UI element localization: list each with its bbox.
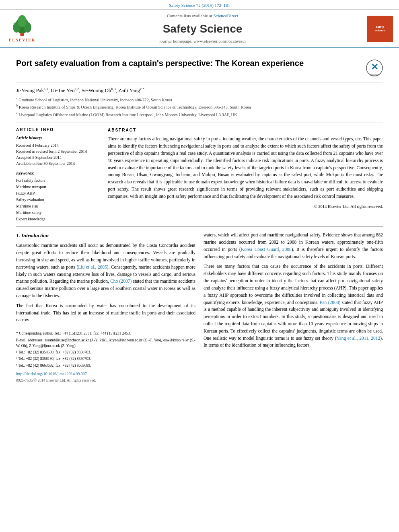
main-content: Port safety evaluation from a captain's … <box>0 48 399 392</box>
section-1-body: 1. Introduction Catastrophic maritime ac… <box>16 232 383 383</box>
issn-text: 0925-7535/© 2014 Elsevier Ltd. All right… <box>16 378 195 383</box>
liu-2005-link[interactable]: Liu et al., 2005 <box>78 265 107 269</box>
footnotes: * Corresponding author. Tel.: +44 (15)12… <box>16 328 195 383</box>
abstract-header: ABSTRACT <box>108 127 383 134</box>
section-1-para-3: waters, which will affect port and marit… <box>204 232 383 260</box>
svg-point-4 <box>18 15 27 27</box>
keyword-6: Maritime safety <box>16 210 101 216</box>
authors-section: Ji-Yeong Paka,1, Gi-Tae Yeoa,2, Se-Woong… <box>16 86 383 94</box>
keywords-section: Keywords: Port safety factors Maritime t… <box>16 170 101 223</box>
info-abstract-section: ARTICLE INFO Article history: Received 4… <box>16 123 383 227</box>
keyword-2: Maritime transport <box>16 184 101 190</box>
journal-center: Contents lists available at ScienceDirec… <box>44 13 361 44</box>
keyword-5: Maritime risk <box>16 203 101 210</box>
article-history-label: Article history: <box>16 135 101 141</box>
keyword-3: Fuzzy AHP <box>16 190 101 197</box>
available-date: Available online 30 September 2014 <box>16 160 101 166</box>
received-date: Received 4 February 2014 <box>16 142 101 148</box>
affiliation-b: b Korea Research Institute of Ships & Oc… <box>16 103 383 110</box>
svg-text:✕: ✕ <box>371 62 378 72</box>
pan-2008-link[interactable]: Pan (2008) <box>320 300 340 305</box>
author-3: Se-Woong Ohb,3 <box>82 87 116 93</box>
affiliations: a Graduate School of Logistics, Incheon … <box>16 96 383 118</box>
section-1: 1. Introduction Catastrophic maritime ac… <box>16 232 383 383</box>
article-title: Port safety evaluation from a captain's … <box>16 58 304 69</box>
doi-link[interactable]: http://dx.doi.org/10.1016/j.ssci.2014.09… <box>16 371 195 377</box>
author-2: Gi-Tae Yeoa,2 <box>51 87 79 93</box>
contents-available-text: Contents lists available at ScienceDirec… <box>44 13 361 19</box>
footnote-tel1: ¹ Tel.: +82 (32) 8354590; fax: +82 (32) … <box>16 349 195 355</box>
author-4: Zaili Yangc,* <box>118 87 144 93</box>
coast-guard-2008-link[interactable]: Korea Coast Guard, 2008 <box>241 247 292 252</box>
keyword-7: Expert knowledge <box>16 216 101 222</box>
elsevier-text-label: ELSEVIER <box>9 37 36 43</box>
author-1: Ji-Yeong Paka,1 <box>16 87 48 93</box>
copyright-line: © 2014 Elsevier Ltd. All rights reserved… <box>108 203 383 210</box>
footnote-emails: E-mail addresses: assambileuse@incheon.a… <box>16 337 195 349</box>
svg-text:CrossMark: CrossMark <box>370 74 380 76</box>
journal-logo-right: safetyscience <box>365 16 395 42</box>
accepted-date: Accepted 5 September 2014 <box>16 154 101 160</box>
sciencedirect-link[interactable]: ScienceDirect <box>213 13 238 18</box>
crossmark-icon: ✕ CrossMark <box>366 60 383 76</box>
revised-date: Received in revised form 2 September 201… <box>16 148 101 154</box>
section-1-para-2: The fact that Korea is surrounded by wat… <box>16 302 195 324</box>
article-info-col: ARTICLE INFO Article history: Received 4… <box>16 127 101 222</box>
journal-reference: Safety Science 72 (2015) 172–181 <box>169 3 230 8</box>
svg-rect-5 <box>20 33 24 36</box>
section-1-para-1: Catastrophic maritime accidents still oc… <box>16 242 195 300</box>
footnote-tel3: ³ Tel.: +82 (42) 8663692; fax: +82 (42) … <box>16 363 195 368</box>
article-title-section: Port safety evaluation from a captain's … <box>16 52 383 82</box>
cho-2007-link[interactable]: Cho (2007) <box>110 279 132 283</box>
section-1-para-4: There are many factors that can cause th… <box>204 263 383 349</box>
yang-2011-2012-link[interactable]: Yang et al., 2011, 2012 <box>336 336 380 341</box>
elsevier-logo: ELSEVIER <box>4 14 40 43</box>
journal-title: Safety Science <box>44 21 361 37</box>
keyword-1: Port safety factors <box>16 177 101 184</box>
journal-header: ELSEVIER Contents lists available at Sci… <box>0 10 399 48</box>
crossmark-badge: ✕ CrossMark <box>366 60 383 78</box>
safety-science-logo-image: safetyscience <box>367 16 393 42</box>
abstract-text: There are many factors affecting navigat… <box>108 136 383 200</box>
elsevier-tree-icon <box>8 14 36 37</box>
affiliation-c: c Liverpool Logistics Offshore and Marin… <box>16 111 383 118</box>
body-col-right: waters, which will affect port and marit… <box>204 232 383 383</box>
section-1-title: 1. Introduction <box>16 232 195 240</box>
affiliation-a: a Graduate School of Logistics, Incheon … <box>16 96 383 103</box>
journal-reference-bar: Safety Science 72 (2015) 172–181 <box>0 0 399 10</box>
article-info-header: ARTICLE INFO <box>16 127 101 133</box>
abstract-col: ABSTRACT There are many factors affectin… <box>108 127 383 222</box>
journal-homepage: journal homepage: www.elsevier.com/locat… <box>44 38 361 44</box>
footnote-tel2: ² Tel.: +82 (32) 8358196; fax: +82 (32) … <box>16 356 195 362</box>
keyword-4: Safety evaluation <box>16 197 101 203</box>
footnote-corresponding: * Corresponding author. Tel.: +44 (15)12… <box>16 331 195 336</box>
body-col-left: 1. Introduction Catastrophic maritime ac… <box>16 232 195 383</box>
keywords-label: Keywords: <box>16 170 101 177</box>
